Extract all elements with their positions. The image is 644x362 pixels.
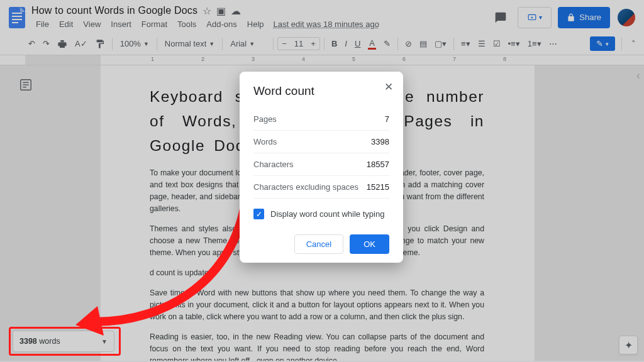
svg-rect-3 <box>12 19 22 20</box>
zoom-dropdown[interactable]: 100% ▼ <box>116 38 153 50</box>
doc-paragraph: Save time in Word with new buttons that … <box>150 287 484 323</box>
display-while-typing-checkbox[interactable]: ✓ <box>253 209 264 219</box>
word-count-dialog: ✕ Word count Pages7 Words3398 Characters… <box>240 72 403 263</box>
comment-history-icon[interactable] <box>490 7 511 28</box>
avatar[interactable] <box>616 8 636 28</box>
underline-icon[interactable]: U <box>352 36 364 51</box>
print-icon[interactable] <box>54 36 70 52</box>
sidebar-collapse-icon[interactable]: ‹ <box>636 69 640 82</box>
outline-toggle-icon[interactable] <box>19 78 33 92</box>
row-label: Words <box>253 137 277 146</box>
row-value: 7 <box>385 114 389 124</box>
more-icon[interactable]: ⋯ <box>546 36 560 51</box>
comment-icon[interactable]: ▤ <box>416 36 430 51</box>
text-color-icon[interactable]: A <box>365 36 379 52</box>
image-icon[interactable]: ▢▾ <box>431 36 450 51</box>
cloud-saved-icon[interactable]: ☁ <box>231 5 241 17</box>
menu-insert[interactable]: Insert <box>106 18 136 30</box>
menubar: File Edit View Insert Format Tools Add-o… <box>31 18 490 30</box>
docs-logo-icon[interactable] <box>5 6 29 30</box>
menu-help[interactable]: Help <box>243 18 269 30</box>
document-title[interactable]: How to count Words in Google Docs <box>31 5 197 16</box>
font-dropdown[interactable]: Arial ▼ <box>226 38 269 50</box>
row-label: Characters excluding spaces <box>253 182 358 192</box>
style-dropdown[interactable]: Normal text ▼ <box>161 38 218 50</box>
cancel-button[interactable]: Cancel <box>294 234 343 254</box>
highlight-icon[interactable]: ✎ <box>380 36 394 51</box>
menu-tools[interactable]: Tools <box>173 18 201 30</box>
last-edit-link[interactable]: Last edit was 18 minutes ago <box>274 19 379 29</box>
share-label: Share <box>579 13 601 22</box>
dialog-title: Word count <box>253 84 389 98</box>
explore-button-icon[interactable]: ✦ <box>619 336 638 354</box>
align-icon[interactable]: ≡▾ <box>458 36 474 51</box>
menu-view[interactable]: View <box>79 18 105 30</box>
bulleted-list-icon[interactable]: •≡▾ <box>505 36 523 51</box>
word-count-pill[interactable]: 3398 words ▼ <box>13 331 114 352</box>
undo-icon[interactable]: ↶ <box>25 36 38 51</box>
menu-addons[interactable]: Add-ons <box>202 18 241 30</box>
menu-format[interactable]: Format <box>137 18 172 30</box>
font-size-value[interactable]: 11 <box>291 38 307 50</box>
row-label: Characters <box>253 160 294 169</box>
share-button[interactable]: Share <box>558 7 610 28</box>
row-value: 3398 <box>371 137 389 146</box>
editing-mode-button[interactable]: ✎ ▾ <box>590 36 615 51</box>
menu-file[interactable]: File <box>31 18 53 30</box>
bold-icon[interactable]: B <box>328 36 340 51</box>
header: How to count Words in Google Docs ☆ ▣ ☁ … <box>0 0 644 33</box>
line-spacing-icon[interactable]: ☰ <box>475 36 489 51</box>
redo-icon[interactable]: ↷ <box>40 36 53 51</box>
increase-font-icon[interactable]: + <box>307 38 319 50</box>
wc-label: words <box>39 337 60 346</box>
star-icon[interactable]: ☆ <box>203 5 211 17</box>
spellcheck-icon[interactable]: A✓ <box>72 36 91 51</box>
paint-format-icon[interactable] <box>92 36 108 52</box>
link-icon[interactable]: ⊘ <box>402 36 415 51</box>
row-label: Pages <box>253 114 277 124</box>
doc-paragraph: Reading is easier, too, in the new Readi… <box>150 331 484 361</box>
font-size-stepper[interactable]: − 11 + <box>277 37 320 50</box>
doc-paragraph: d count is updated. <box>150 267 484 279</box>
move-icon[interactable]: ▣ <box>216 5 226 17</box>
row-value: 15215 <box>367 182 389 192</box>
numbered-list-icon[interactable]: 1≡▾ <box>525 36 545 51</box>
present-button[interactable]: ▾ <box>518 7 552 28</box>
collapse-toolbar-icon[interactable]: ˄ <box>628 36 639 51</box>
checkbox-label: Display word count while typing <box>270 209 384 219</box>
toolbar: ↶ ↷ A✓ 100% ▼ Normal text ▼ Arial ▼ − 11… <box>0 33 644 55</box>
svg-rect-2 <box>12 16 22 17</box>
menu-edit[interactable]: Edit <box>55 18 77 30</box>
row-value: 18557 <box>367 160 389 169</box>
ok-button[interactable]: OK <box>350 234 389 254</box>
checklist-icon[interactable]: ☑ <box>490 36 504 51</box>
wc-count: 3398 <box>19 337 37 346</box>
decrease-font-icon[interactable]: − <box>278 38 291 50</box>
close-icon[interactable]: ✕ <box>384 80 393 94</box>
svg-rect-1 <box>12 13 22 14</box>
horizontal-ruler[interactable]: 1 2 3 4 5 6 7 8 <box>0 55 644 65</box>
svg-rect-4 <box>12 22 18 23</box>
chevron-down-icon: ▼ <box>101 338 108 345</box>
italic-icon[interactable]: I <box>341 36 350 51</box>
